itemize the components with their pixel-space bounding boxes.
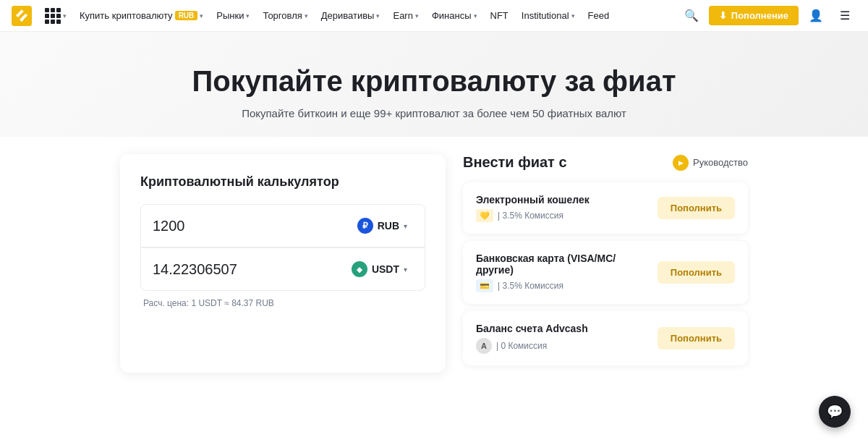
profile-icon: 👤 xyxy=(809,9,823,22)
calc-to-value[interactable]: 14.22306507 xyxy=(153,261,346,278)
nav-buy-crypto-badge: RUB xyxy=(175,11,198,20)
payment-card-name: Банковская карта (VISA/MC/другие) xyxy=(476,253,649,276)
rub-currency-icon: ₽ xyxy=(357,218,373,234)
buy-crypto-chevron-icon: ▾ xyxy=(200,12,203,20)
calc-from-value[interactable]: 1200 xyxy=(153,218,352,234)
fiat-header: Внести фиат с ▶ Руководство xyxy=(463,154,748,171)
calc-to-row: 14.22306507 ◆ USDT ▾ xyxy=(141,247,425,290)
advcash-icon: A xyxy=(476,338,492,354)
navbar: ▾ Купить криптовалюту RUB ▾ Рынки ▾ Торг… xyxy=(0,0,868,32)
calculator-card: Криптовалютный калькулятор 1200 ₽ RUB ▾ … xyxy=(120,154,446,373)
main-content: Криптовалютный калькулятор 1200 ₽ RUB ▾ … xyxy=(109,154,760,373)
payment-advcash-info: Баланс счета Advcash A | 0 Комиссия xyxy=(476,323,649,354)
payment-ewallet-card: Электронный кошелек 💛 | 3.5% Комиссия По… xyxy=(463,182,748,234)
calc-from-currency-label: RUB xyxy=(378,220,399,232)
markets-chevron-icon: ▾ xyxy=(246,12,250,20)
deposit-label: Пополнение xyxy=(731,10,788,21)
nav-feed-label: Feed xyxy=(588,10,610,21)
nav-earn-label: Earn xyxy=(393,10,412,21)
calc-from-row: 1200 ₽ RUB ▾ xyxy=(141,205,425,247)
calc-to-currency-selector[interactable]: ◆ USDT ▾ xyxy=(346,258,413,280)
hero-subtitle: Покупайте биткоин и еще 99+ криптовалют … xyxy=(0,107,868,119)
from-currency-chevron-icon: ▾ xyxy=(404,222,407,230)
chat-icon: 💬 xyxy=(827,404,843,420)
nav-right-actions: 🔍 ⬇ Пополнение 👤 ☰ xyxy=(680,4,856,27)
search-button[interactable]: 🔍 xyxy=(680,4,703,27)
profile-button[interactable]: 👤 xyxy=(804,4,827,27)
calc-price-hint: Расч. цена: 1 USDT ≈ 84.37 RUB xyxy=(140,298,425,308)
nav-derivatives-label: Деривативы xyxy=(321,10,375,21)
payment-advcash-fee-row: A | 0 Комиссия xyxy=(476,338,649,354)
trade-chevron-icon: ▾ xyxy=(305,12,308,20)
advcash-deposit-button[interactable]: Пополнить xyxy=(658,327,735,349)
payment-card-fee-row: 💳 | 3.5% Комиссия xyxy=(476,279,649,292)
deposit-download-icon: ⬇ xyxy=(719,10,727,21)
hero-title: Покупайте криптовалюту за фиат xyxy=(0,64,868,98)
nav-markets[interactable]: Рынки ▾ xyxy=(210,7,255,24)
bank-card-deposit-button[interactable]: Пополнить xyxy=(658,261,735,284)
payment-advcash-fee: | 0 Комиссия xyxy=(496,341,547,351)
nav-institutional-label: Institutional xyxy=(522,10,569,21)
finance-chevron-icon: ▾ xyxy=(474,12,477,20)
to-currency-chevron-icon: ▾ xyxy=(404,266,407,274)
payment-card-card: Банковская карта (VISA/MC/другие) 💳 | 3.… xyxy=(463,241,748,304)
calculator-inputs: 1200 ₽ RUB ▾ 14.22306507 ◆ USDT ▾ xyxy=(140,204,425,291)
nav-trade-label: Торговля xyxy=(263,10,302,21)
payment-ewallet-fee: | 3.5% Комиссия xyxy=(498,211,563,221)
guide-button[interactable]: ▶ Руководство xyxy=(673,155,748,171)
nav-trade[interactable]: Торговля ▾ xyxy=(257,7,313,24)
nav-buy-crypto[interactable]: Купить криптовалюту RUB ▾ xyxy=(74,7,209,24)
payment-ewallet-info: Электронный кошелек 💛 | 3.5% Комиссия xyxy=(476,194,649,222)
hamburger-icon: ☰ xyxy=(840,9,850,22)
nav-finance[interactable]: Финансы ▾ xyxy=(426,7,483,24)
svg-rect-0 xyxy=(12,6,32,26)
fiat-title: Внести фиат с xyxy=(463,154,567,171)
calc-to-currency-label: USDT xyxy=(372,263,399,275)
payment-card-info: Банковская карта (VISA/MC/другие) 💳 | 3.… xyxy=(476,253,649,292)
calculator-title: Криптовалютный калькулятор xyxy=(140,174,425,190)
payment-advcash-card: Баланс счета Advcash A | 0 Комиссия Попо… xyxy=(463,311,748,365)
apps-grid-icon xyxy=(45,8,61,24)
nav-nft[interactable]: NFT xyxy=(485,7,514,24)
fiat-section: Внести фиат с ▶ Руководство Электронный … xyxy=(463,154,748,373)
deposit-button[interactable]: ⬇ Пополнение xyxy=(709,6,799,25)
guide-label: Руководство xyxy=(693,157,748,168)
binance-logo-icon xyxy=(12,6,32,26)
usdt-currency-icon: ◆ xyxy=(352,261,367,277)
derivatives-chevron-icon: ▾ xyxy=(376,12,380,20)
nav-buy-crypto-label: Купить криптовалюту xyxy=(80,10,173,21)
calc-from-currency-selector[interactable]: ₽ RUB ▾ xyxy=(352,215,413,237)
search-icon: 🔍 xyxy=(684,9,699,22)
chat-bubble-button[interactable]: 💬 xyxy=(819,396,851,428)
nav-institutional[interactable]: Institutional ▾ xyxy=(516,7,581,24)
payment-card-fee: | 3.5% Комиссия xyxy=(498,281,563,291)
ewallet-icon: 💛 xyxy=(476,209,493,222)
hero-section: Покупайте криптовалюту за фиат Покупайте… xyxy=(0,32,868,137)
guide-play-icon: ▶ xyxy=(673,155,689,171)
nav-derivatives[interactable]: Деривативы ▾ xyxy=(315,7,386,24)
menu-button[interactable]: ☰ xyxy=(833,4,856,27)
earn-chevron-icon: ▾ xyxy=(415,12,419,20)
nav-markets-label: Рынки xyxy=(216,10,244,21)
payment-ewallet-name: Электронный кошелек xyxy=(476,194,649,205)
nav-earn[interactable]: Earn ▾ xyxy=(387,7,424,24)
apps-chevron-icon: ▾ xyxy=(63,12,67,20)
nav-apps-button[interactable]: ▾ xyxy=(39,5,72,27)
nav-finance-label: Финансы xyxy=(432,10,472,21)
bank-card-icon: 💳 xyxy=(476,279,493,292)
payment-advcash-name: Баланс счета Advcash xyxy=(476,323,649,334)
nav-nft-label: NFT xyxy=(490,10,509,21)
institutional-chevron-icon: ▾ xyxy=(571,12,575,20)
ewallet-deposit-button[interactable]: Пополнить xyxy=(658,197,735,219)
payment-ewallet-fee-row: 💛 | 3.5% Комиссия xyxy=(476,209,649,222)
logo[interactable] xyxy=(12,6,32,26)
nav-feed[interactable]: Feed xyxy=(582,7,616,24)
